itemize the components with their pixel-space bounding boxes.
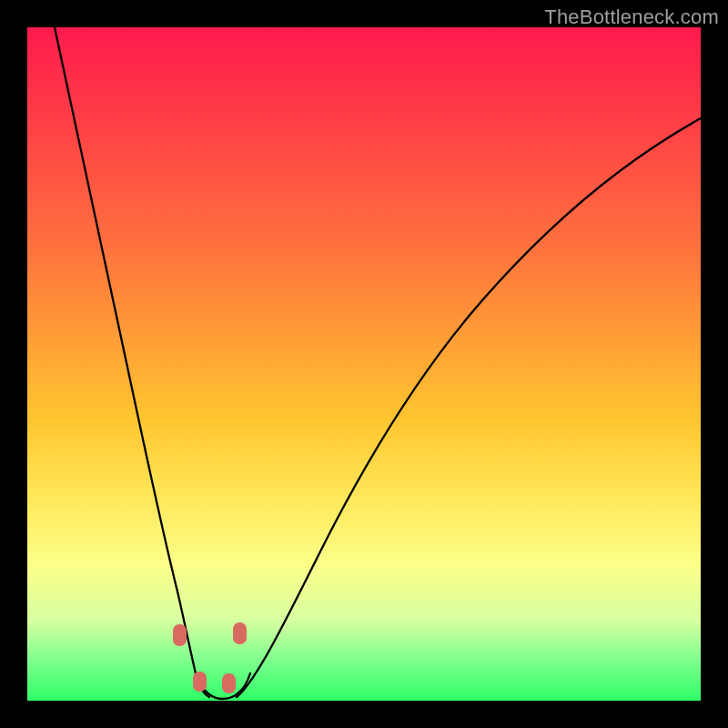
v-curve-right — [237, 118, 701, 697]
marker-lower-left — [193, 672, 207, 692]
chart-frame: TheBottleneck.com — [0, 0, 728, 728]
v-curve-left — [55, 27, 209, 697]
watermark-text: TheBottleneck.com — [544, 5, 719, 29]
marker-lower-right — [222, 673, 236, 693]
marker-upper-left — [173, 624, 187, 646]
marker-upper-right — [233, 622, 247, 644]
plot-area — [27, 27, 701, 701]
curve-layer — [27, 27, 701, 701]
